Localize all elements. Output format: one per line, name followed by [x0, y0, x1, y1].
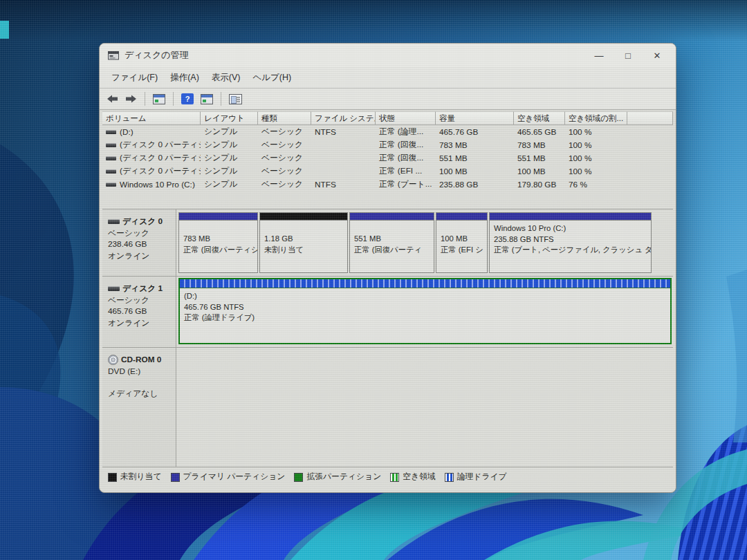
- menu-file[interactable]: ファイル(F): [105, 69, 164, 86]
- partition-size: 1.18 GB: [264, 234, 343, 245]
- table-row[interactable]: (ディスク 0 パーティシ... シンプル ベーシック 正常 (回復... 78…: [102, 138, 673, 151]
- minimize-button[interactable]: —: [584, 45, 614, 66]
- toolbar-separator: [145, 92, 145, 106]
- logical-drive-band: [180, 279, 670, 288]
- legend-label: プライマリ パーティション: [183, 472, 286, 483]
- cell-free-pct: 100 %: [565, 153, 627, 163]
- cell-filesystem: NTFS: [311, 180, 376, 189]
- volume-icon: [106, 183, 116, 187]
- partition-size: 551 MB: [354, 234, 430, 245]
- close-button[interactable]: ✕: [643, 45, 672, 66]
- disk-kind: ベーシック: [108, 227, 173, 239]
- disk-status: オンライン: [108, 317, 173, 329]
- primary-partition-band: [350, 213, 434, 221]
- app-icon: [108, 50, 119, 60]
- column-header-type[interactable]: 種類: [258, 111, 311, 125]
- legend-label: 論理ドライブ: [457, 472, 507, 483]
- back-arrow-icon: [107, 94, 118, 104]
- partition-d-drive-selected[interactable]: (D:)465.76 GB NTFS正常 (論理ドライブ): [178, 278, 672, 344]
- action-pane-button[interactable]: [199, 93, 214, 106]
- disk-0-info[interactable]: ディスク 0 ベーシック 238.46 GB オンライン: [102, 209, 176, 276]
- cell-capacity: 465.76 GB: [436, 127, 514, 137]
- maximize-button[interactable]: □: [614, 45, 643, 66]
- free-space-swatch-icon: [390, 473, 399, 482]
- partition-size: 100 MB: [441, 234, 483, 245]
- disk-status: メディアなし: [108, 388, 173, 400]
- console-tree-button[interactable]: [151, 93, 167, 106]
- disk-name: CD-ROM 0: [121, 354, 161, 366]
- cdrom-0-row: CD-ROM 0 DVD (E:) メディアなし: [102, 348, 673, 467]
- cell-layout: シンプル: [201, 140, 258, 151]
- cell-status: 正常 (ブート...: [376, 179, 436, 190]
- cdrom-0-info[interactable]: CD-ROM 0 DVD (E:) メディアなし: [102, 348, 176, 467]
- volume-icon: [106, 156, 116, 160]
- partition-status: 正常 (ブート, ページファイル, クラッシュ ダ): [494, 245, 647, 256]
- legend-extended-partition: 拡張パーティション: [294, 472, 381, 483]
- disk-status: オンライン: [108, 250, 173, 262]
- toolbar-separator: [173, 92, 174, 106]
- menubar: ファイル(F) 操作(A) 表示(V) ヘルプ(H): [100, 67, 676, 88]
- menu-view[interactable]: 表示(V): [205, 69, 247, 86]
- cell-status: 正常 (論理...: [376, 127, 436, 138]
- menu-action[interactable]: 操作(A): [164, 69, 205, 86]
- primary-partition-band: [179, 213, 257, 221]
- column-header-status[interactable]: 状態: [376, 111, 436, 125]
- cell-layout: シンプル: [201, 153, 258, 164]
- partition-recovery-783mb[interactable]: 783 MB正常 (回復パーティシ: [178, 212, 258, 273]
- column-header-free[interactable]: 空き領域: [514, 111, 565, 125]
- disk-size: 465.76 GB: [108, 306, 173, 317]
- cell-status: 正常 (回復...: [376, 140, 436, 151]
- column-header-filesystem[interactable]: ファイル システム: [311, 111, 376, 125]
- partition-efi[interactable]: 100 MB正常 (EFI シ: [436, 212, 488, 273]
- back-button[interactable]: [105, 93, 120, 105]
- table-row[interactable]: (ディスク 0 パーティシ... シンプル ベーシック 正常 (EFI ... …: [102, 165, 673, 178]
- cell-type: ベーシック: [258, 127, 311, 138]
- disk-1-info[interactable]: ディスク 1 ベーシック 465.76 GB オンライン: [102, 277, 176, 347]
- disk-1-row: ディスク 1 ベーシック 465.76 GB オンライン (D:)465.76 …: [102, 277, 673, 348]
- cell-capacity: 100 MB: [436, 167, 514, 176]
- volume-icon: [106, 169, 116, 174]
- toolbar-separator: [221, 92, 221, 106]
- titlebar: ディスクの管理 — □ ✕: [100, 44, 676, 67]
- unallocated-band: [260, 213, 347, 221]
- partition-status: 正常 (回復パーティシ: [183, 245, 253, 256]
- properties-icon: [229, 94, 242, 104]
- partition-status: 正常 (論理ドライブ): [184, 312, 666, 324]
- table-row[interactable]: Windows 10 Pro (C:) シンプル ベーシック NTFS 正常 (…: [102, 178, 673, 191]
- partition-unallocated[interactable]: 1.18 GB未割り当て: [259, 212, 348, 273]
- disk-icon: [108, 219, 120, 224]
- table-row[interactable]: (ディスク 0 パーティシ... シンプル ベーシック 正常 (回復... 55…: [102, 151, 673, 165]
- cell-type: ベーシック: [258, 166, 311, 177]
- partition-recovery-551mb[interactable]: 551 MB正常 (回復パーティ: [349, 212, 434, 273]
- partition-size: 235.88 GB NTFS: [494, 234, 647, 245]
- help-button[interactable]: ?: [180, 92, 195, 106]
- extended-swatch-icon: [294, 473, 303, 482]
- disk-1-partitions: (D:)465.76 GB NTFS正常 (論理ドライブ): [176, 277, 673, 347]
- volume-name: (ディスク 0 パーティシ...: [120, 153, 201, 164]
- partition-c-drive[interactable]: Windows 10 Pro (C:)235.88 GB NTFS正常 (ブート…: [489, 212, 652, 273]
- cell-capacity: 235.88 GB: [436, 180, 514, 189]
- column-header-layout[interactable]: レイアウト: [201, 111, 258, 125]
- disk-name: ディスク 0: [122, 216, 163, 227]
- cell-free: 783 MB: [514, 140, 565, 150]
- legend-unallocated: 未割り当て: [108, 472, 162, 483]
- forward-button[interactable]: [124, 93, 138, 105]
- legend-label: 未割り当て: [120, 472, 162, 483]
- cell-free-pct: 100 %: [565, 127, 627, 137]
- table-row[interactable]: (D:) シンプル ベーシック NTFS 正常 (論理... 465.76 GB…: [102, 125, 673, 138]
- cdrom-icon: [108, 355, 118, 365]
- help-icon: ?: [181, 93, 194, 104]
- legend-label: 拡張パーティション: [306, 472, 381, 483]
- column-header-capacity[interactable]: 容量: [436, 111, 514, 125]
- properties-button[interactable]: [228, 93, 243, 106]
- column-header-free-pct[interactable]: 空き領域の割...: [565, 111, 627, 125]
- cell-free: 100 MB: [514, 167, 565, 176]
- forward-arrow-icon: [125, 94, 137, 104]
- primary-partition-band: [490, 213, 651, 221]
- cell-layout: シンプル: [201, 179, 258, 190]
- primary-partition-band: [436, 213, 487, 221]
- partition-label: (D:): [184, 291, 666, 302]
- column-header-volume[interactable]: ボリューム: [102, 111, 201, 125]
- menu-help[interactable]: ヘルプ(H): [246, 69, 297, 86]
- partition-label: Windows 10 Pro (C:): [494, 223, 647, 234]
